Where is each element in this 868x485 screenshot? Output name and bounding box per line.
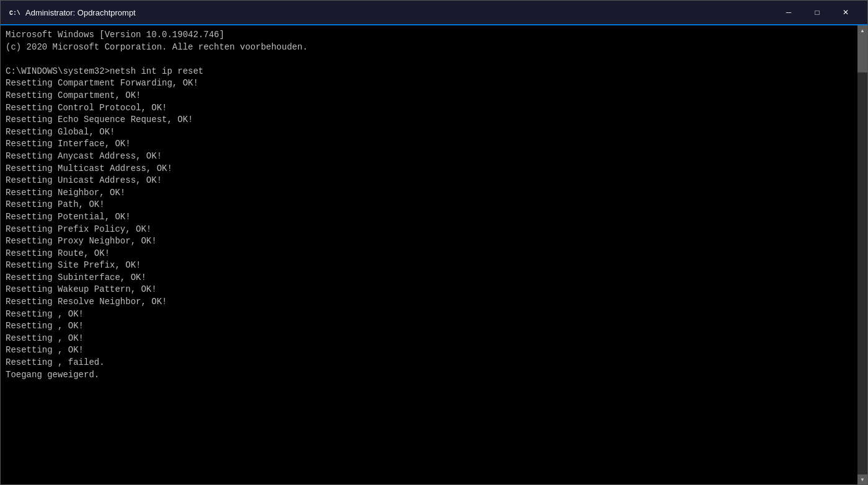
scroll-down-arrow[interactable]: ▼ <box>857 474 867 484</box>
window-controls: ─ □ ✕ <box>774 0 860 25</box>
title-bar: C:\ Administrator: Opdrachtprompt ─ □ ✕ <box>1 1 867 25</box>
svg-text:C:\: C:\ <box>9 10 20 17</box>
cmd-icon: C:\ <box>8 6 20 19</box>
scrollbar[interactable]: ▲ ▼ <box>857 25 867 484</box>
minimize-button[interactable]: ─ <box>774 0 803 25</box>
maximize-button[interactable]: □ <box>803 0 831 25</box>
window: C:\ Administrator: Opdrachtprompt ─ □ ✕ … <box>0 0 868 485</box>
terminal-output[interactable]: Microsoft Windows [Version 10.0.19042.74… <box>1 25 857 484</box>
scroll-up-arrow[interactable]: ▲ <box>857 25 867 35</box>
scrollbar-track[interactable] <box>857 35 867 474</box>
scrollbar-thumb[interactable] <box>857 35 867 72</box>
close-button[interactable]: ✕ <box>831 0 860 25</box>
window-body: Microsoft Windows [Version 10.0.19042.74… <box>1 25 867 484</box>
window-title: Administrator: Opdrachtprompt <box>25 8 774 17</box>
